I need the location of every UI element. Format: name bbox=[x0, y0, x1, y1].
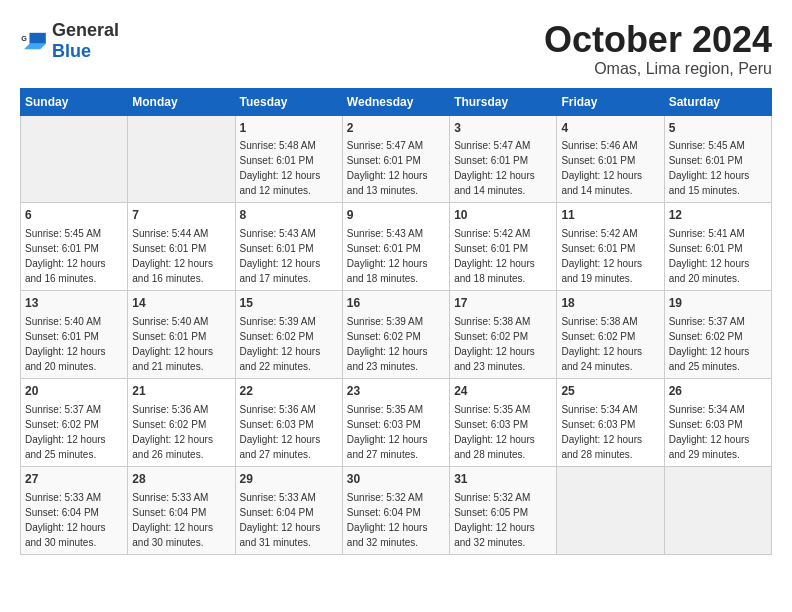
calendar-cell: 17Sunrise: 5:38 AMSunset: 6:02 PMDayligh… bbox=[450, 291, 557, 379]
calendar-cell: 18Sunrise: 5:38 AMSunset: 6:02 PMDayligh… bbox=[557, 291, 664, 379]
day-number: 11 bbox=[561, 207, 659, 224]
day-info: Sunrise: 5:42 AMSunset: 6:01 PMDaylight:… bbox=[561, 226, 659, 286]
day-number: 25 bbox=[561, 383, 659, 400]
day-number: 2 bbox=[347, 120, 445, 137]
day-number: 4 bbox=[561, 120, 659, 137]
day-info: Sunrise: 5:33 AMSunset: 6:04 PMDaylight:… bbox=[132, 490, 230, 550]
day-info: Sunrise: 5:46 AMSunset: 6:01 PMDaylight:… bbox=[561, 138, 659, 198]
day-info: Sunrise: 5:42 AMSunset: 6:01 PMDaylight:… bbox=[454, 226, 552, 286]
column-header-friday: Friday bbox=[557, 88, 664, 115]
day-info: Sunrise: 5:38 AMSunset: 6:02 PMDaylight:… bbox=[561, 314, 659, 374]
header-row: SundayMondayTuesdayWednesdayThursdayFrid… bbox=[21, 88, 772, 115]
calendar-cell: 23Sunrise: 5:35 AMSunset: 6:03 PMDayligh… bbox=[342, 378, 449, 466]
day-info: Sunrise: 5:34 AMSunset: 6:03 PMDaylight:… bbox=[669, 402, 767, 462]
calendar-cell bbox=[21, 115, 128, 203]
day-number: 3 bbox=[454, 120, 552, 137]
day-info: Sunrise: 5:39 AMSunset: 6:02 PMDaylight:… bbox=[347, 314, 445, 374]
day-number: 30 bbox=[347, 471, 445, 488]
logo-text: General Blue bbox=[52, 22, 119, 60]
day-info: Sunrise: 5:37 AMSunset: 6:02 PMDaylight:… bbox=[669, 314, 767, 374]
day-info: Sunrise: 5:44 AMSunset: 6:01 PMDaylight:… bbox=[132, 226, 230, 286]
day-info: Sunrise: 5:32 AMSunset: 6:04 PMDaylight:… bbox=[347, 490, 445, 550]
calendar-cell: 3Sunrise: 5:47 AMSunset: 6:01 PMDaylight… bbox=[450, 115, 557, 203]
day-info: Sunrise: 5:37 AMSunset: 6:02 PMDaylight:… bbox=[25, 402, 123, 462]
column-header-monday: Monday bbox=[128, 88, 235, 115]
day-number: 20 bbox=[25, 383, 123, 400]
calendar-cell: 19Sunrise: 5:37 AMSunset: 6:02 PMDayligh… bbox=[664, 291, 771, 379]
day-info: Sunrise: 5:36 AMSunset: 6:03 PMDaylight:… bbox=[240, 402, 338, 462]
day-info: Sunrise: 5:35 AMSunset: 6:03 PMDaylight:… bbox=[347, 402, 445, 462]
main-title: October 2024 bbox=[544, 20, 772, 60]
calendar-cell: 8Sunrise: 5:43 AMSunset: 6:01 PMDaylight… bbox=[235, 203, 342, 291]
day-info: Sunrise: 5:48 AMSunset: 6:01 PMDaylight:… bbox=[240, 138, 338, 198]
calendar-cell: 6Sunrise: 5:45 AMSunset: 6:01 PMDaylight… bbox=[21, 203, 128, 291]
calendar-table: SundayMondayTuesdayWednesdayThursdayFrid… bbox=[20, 88, 772, 555]
day-info: Sunrise: 5:39 AMSunset: 6:02 PMDaylight:… bbox=[240, 314, 338, 374]
calendar-cell: 1Sunrise: 5:48 AMSunset: 6:01 PMDaylight… bbox=[235, 115, 342, 203]
column-header-saturday: Saturday bbox=[664, 88, 771, 115]
svg-marker-0 bbox=[29, 33, 45, 44]
calendar-cell: 13Sunrise: 5:40 AMSunset: 6:01 PMDayligh… bbox=[21, 291, 128, 379]
calendar-cell: 2Sunrise: 5:47 AMSunset: 6:01 PMDaylight… bbox=[342, 115, 449, 203]
day-info: Sunrise: 5:32 AMSunset: 6:05 PMDaylight:… bbox=[454, 490, 552, 550]
week-row-3: 13Sunrise: 5:40 AMSunset: 6:01 PMDayligh… bbox=[21, 291, 772, 379]
day-number: 10 bbox=[454, 207, 552, 224]
day-number: 6 bbox=[25, 207, 123, 224]
calendar-cell: 28Sunrise: 5:33 AMSunset: 6:04 PMDayligh… bbox=[128, 466, 235, 554]
calendar-cell: 4Sunrise: 5:46 AMSunset: 6:01 PMDaylight… bbox=[557, 115, 664, 203]
day-number: 7 bbox=[132, 207, 230, 224]
calendar-cell: 26Sunrise: 5:34 AMSunset: 6:03 PMDayligh… bbox=[664, 378, 771, 466]
day-info: Sunrise: 5:40 AMSunset: 6:01 PMDaylight:… bbox=[25, 314, 123, 374]
calendar-cell: 11Sunrise: 5:42 AMSunset: 6:01 PMDayligh… bbox=[557, 203, 664, 291]
calendar-cell: 22Sunrise: 5:36 AMSunset: 6:03 PMDayligh… bbox=[235, 378, 342, 466]
day-info: Sunrise: 5:36 AMSunset: 6:02 PMDaylight:… bbox=[132, 402, 230, 462]
day-number: 1 bbox=[240, 120, 338, 137]
day-info: Sunrise: 5:47 AMSunset: 6:01 PMDaylight:… bbox=[347, 138, 445, 198]
day-number: 12 bbox=[669, 207, 767, 224]
day-number: 13 bbox=[25, 295, 123, 312]
column-header-thursday: Thursday bbox=[450, 88, 557, 115]
calendar-cell: 27Sunrise: 5:33 AMSunset: 6:04 PMDayligh… bbox=[21, 466, 128, 554]
day-number: 5 bbox=[669, 120, 767, 137]
week-row-4: 20Sunrise: 5:37 AMSunset: 6:02 PMDayligh… bbox=[21, 378, 772, 466]
calendar-cell bbox=[557, 466, 664, 554]
day-number: 19 bbox=[669, 295, 767, 312]
day-number: 14 bbox=[132, 295, 230, 312]
day-number: 24 bbox=[454, 383, 552, 400]
svg-marker-1 bbox=[24, 44, 46, 49]
day-info: Sunrise: 5:33 AMSunset: 6:04 PMDaylight:… bbox=[240, 490, 338, 550]
day-info: Sunrise: 5:47 AMSunset: 6:01 PMDaylight:… bbox=[454, 138, 552, 198]
column-header-wednesday: Wednesday bbox=[342, 88, 449, 115]
week-row-2: 6Sunrise: 5:45 AMSunset: 6:01 PMDaylight… bbox=[21, 203, 772, 291]
day-info: Sunrise: 5:40 AMSunset: 6:01 PMDaylight:… bbox=[132, 314, 230, 374]
day-number: 16 bbox=[347, 295, 445, 312]
calendar-cell bbox=[664, 466, 771, 554]
calendar-cell: 10Sunrise: 5:42 AMSunset: 6:01 PMDayligh… bbox=[450, 203, 557, 291]
day-info: Sunrise: 5:38 AMSunset: 6:02 PMDaylight:… bbox=[454, 314, 552, 374]
calendar-cell: 14Sunrise: 5:40 AMSunset: 6:01 PMDayligh… bbox=[128, 291, 235, 379]
calendar-cell bbox=[128, 115, 235, 203]
calendar-cell: 29Sunrise: 5:33 AMSunset: 6:04 PMDayligh… bbox=[235, 466, 342, 554]
day-number: 27 bbox=[25, 471, 123, 488]
header: G General Blue October 2024 Omas, Lima r… bbox=[20, 20, 772, 78]
day-number: 22 bbox=[240, 383, 338, 400]
calendar-cell: 7Sunrise: 5:44 AMSunset: 6:01 PMDaylight… bbox=[128, 203, 235, 291]
column-header-sunday: Sunday bbox=[21, 88, 128, 115]
calendar-cell: 5Sunrise: 5:45 AMSunset: 6:01 PMDaylight… bbox=[664, 115, 771, 203]
day-info: Sunrise: 5:35 AMSunset: 6:03 PMDaylight:… bbox=[454, 402, 552, 462]
day-number: 9 bbox=[347, 207, 445, 224]
calendar-cell: 20Sunrise: 5:37 AMSunset: 6:02 PMDayligh… bbox=[21, 378, 128, 466]
week-row-5: 27Sunrise: 5:33 AMSunset: 6:04 PMDayligh… bbox=[21, 466, 772, 554]
day-number: 18 bbox=[561, 295, 659, 312]
calendar-cell: 25Sunrise: 5:34 AMSunset: 6:03 PMDayligh… bbox=[557, 378, 664, 466]
calendar-cell: 24Sunrise: 5:35 AMSunset: 6:03 PMDayligh… bbox=[450, 378, 557, 466]
day-number: 29 bbox=[240, 471, 338, 488]
day-number: 26 bbox=[669, 383, 767, 400]
svg-text:G: G bbox=[21, 34, 27, 43]
day-info: Sunrise: 5:45 AMSunset: 6:01 PMDaylight:… bbox=[669, 138, 767, 198]
day-info: Sunrise: 5:45 AMSunset: 6:01 PMDaylight:… bbox=[25, 226, 123, 286]
day-info: Sunrise: 5:43 AMSunset: 6:01 PMDaylight:… bbox=[240, 226, 338, 286]
day-info: Sunrise: 5:41 AMSunset: 6:01 PMDaylight:… bbox=[669, 226, 767, 286]
week-row-1: 1Sunrise: 5:48 AMSunset: 6:01 PMDaylight… bbox=[21, 115, 772, 203]
title-area: October 2024 Omas, Lima region, Peru bbox=[544, 20, 772, 78]
